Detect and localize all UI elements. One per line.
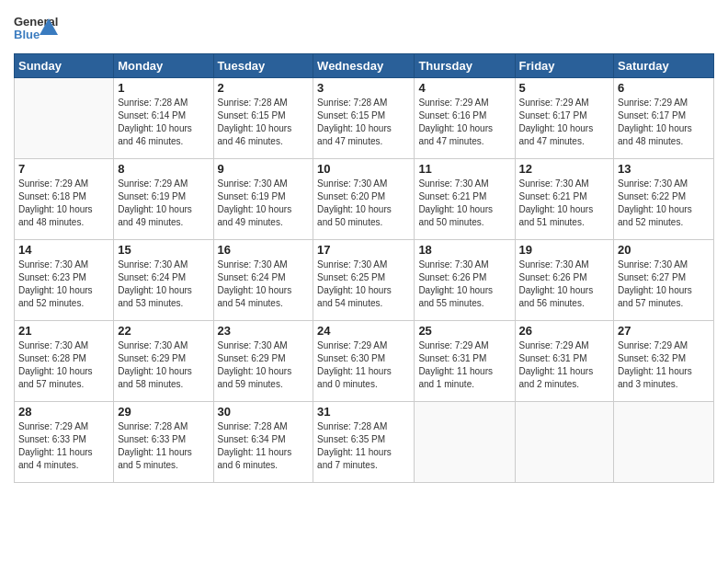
- calendar-cell: 19Sunrise: 7:30 AM Sunset: 6:26 PM Dayli…: [515, 240, 614, 321]
- calendar-cell: 24Sunrise: 7:29 AM Sunset: 6:30 PM Dayli…: [313, 321, 415, 402]
- day-number: 16: [218, 243, 310, 257]
- calendar-cell: 30Sunrise: 7:28 AM Sunset: 6:34 PM Dayli…: [213, 402, 313, 483]
- calendar-cell: 25Sunrise: 7:29 AM Sunset: 6:31 PM Dayli…: [415, 321, 515, 402]
- day-number: 14: [18, 243, 109, 257]
- day-header-wednesday: Wednesday: [313, 54, 415, 78]
- calendar-cell: 10Sunrise: 7:30 AM Sunset: 6:20 PM Dayli…: [313, 159, 415, 240]
- day-info: Sunrise: 7:28 AM Sunset: 6:15 PM Dayligh…: [317, 97, 410, 148]
- calendar-header: SundayMondayTuesdayWednesdayThursdayFrid…: [15, 54, 714, 78]
- calendar-cell: 27Sunrise: 7:29 AM Sunset: 6:32 PM Dayli…: [614, 321, 714, 402]
- day-info: Sunrise: 7:29 AM Sunset: 6:19 PM Dayligh…: [118, 178, 209, 229]
- day-info: Sunrise: 7:29 AM Sunset: 6:18 PM Dayligh…: [18, 178, 109, 229]
- calendar-cell: 11Sunrise: 7:30 AM Sunset: 6:21 PM Dayli…: [415, 159, 515, 240]
- day-number: 17: [317, 243, 410, 257]
- day-info: Sunrise: 7:30 AM Sunset: 6:26 PM Dayligh…: [519, 259, 610, 310]
- calendar-cell: 13Sunrise: 7:30 AM Sunset: 6:22 PM Dayli…: [614, 159, 714, 240]
- week-row-1: 1Sunrise: 7:28 AM Sunset: 6:14 PM Daylig…: [15, 78, 714, 159]
- day-info: Sunrise: 7:29 AM Sunset: 6:17 PM Dayligh…: [618, 97, 710, 148]
- calendar-cell: 23Sunrise: 7:30 AM Sunset: 6:29 PM Dayli…: [213, 321, 313, 402]
- calendar-cell: 29Sunrise: 7:28 AM Sunset: 6:33 PM Dayli…: [114, 402, 213, 483]
- day-number: 1: [118, 81, 209, 95]
- day-number: 4: [418, 81, 510, 95]
- calendar-cell: 3Sunrise: 7:28 AM Sunset: 6:15 PM Daylig…: [313, 78, 415, 159]
- day-number: 27: [618, 324, 710, 338]
- day-info: Sunrise: 7:29 AM Sunset: 6:31 PM Dayligh…: [519, 339, 610, 391]
- day-number: 28: [18, 405, 109, 419]
- day-number: 7: [18, 162, 109, 176]
- day-info: Sunrise: 7:30 AM Sunset: 6:22 PM Dayligh…: [618, 178, 710, 229]
- day-number: 15: [118, 243, 209, 257]
- day-number: 12: [519, 162, 610, 176]
- day-number: 31: [317, 405, 410, 419]
- day-number: 24: [317, 324, 410, 338]
- day-number: 2: [218, 81, 310, 95]
- calendar-cell: [515, 402, 614, 483]
- day-header-saturday: Saturday: [614, 54, 714, 78]
- calendar-cell: [15, 78, 114, 159]
- day-info: Sunrise: 7:30 AM Sunset: 6:21 PM Dayligh…: [418, 178, 510, 229]
- week-row-5: 28Sunrise: 7:29 AM Sunset: 6:33 PM Dayli…: [15, 402, 714, 483]
- header: General Blue: [14, 9, 714, 46]
- calendar-cell: [614, 402, 714, 483]
- calendar-cell: 15Sunrise: 7:30 AM Sunset: 6:24 PM Dayli…: [114, 240, 213, 321]
- day-header-tuesday: Tuesday: [213, 54, 313, 78]
- header-row: SundayMondayTuesdayWednesdayThursdayFrid…: [15, 54, 714, 78]
- calendar-cell: 16Sunrise: 7:30 AM Sunset: 6:24 PM Dayli…: [213, 240, 313, 321]
- day-number: 22: [118, 324, 209, 338]
- day-number: 8: [118, 162, 209, 176]
- day-info: Sunrise: 7:29 AM Sunset: 6:32 PM Dayligh…: [618, 339, 710, 391]
- calendar-cell: 7Sunrise: 7:29 AM Sunset: 6:18 PM Daylig…: [15, 159, 114, 240]
- day-info: Sunrise: 7:30 AM Sunset: 6:26 PM Dayligh…: [418, 259, 510, 310]
- calendar-cell: 20Sunrise: 7:30 AM Sunset: 6:27 PM Dayli…: [614, 240, 714, 321]
- calendar-cell: 21Sunrise: 7:30 AM Sunset: 6:28 PM Dayli…: [15, 321, 114, 402]
- day-info: Sunrise: 7:30 AM Sunset: 6:27 PM Dayligh…: [618, 259, 710, 310]
- day-info: Sunrise: 7:28 AM Sunset: 6:35 PM Dayligh…: [317, 420, 410, 472]
- day-number: 13: [618, 162, 710, 176]
- calendar-cell: 12Sunrise: 7:30 AM Sunset: 6:21 PM Dayli…: [515, 159, 614, 240]
- page: General Blue SundayMondayTuesdayWednesda…: [0, 0, 728, 563]
- day-info: Sunrise: 7:29 AM Sunset: 6:33 PM Dayligh…: [18, 420, 109, 472]
- week-row-3: 14Sunrise: 7:30 AM Sunset: 6:23 PM Dayli…: [15, 240, 714, 321]
- day-number: 23: [218, 324, 310, 338]
- day-header-friday: Friday: [515, 54, 614, 78]
- calendar-table: SundayMondayTuesdayWednesdayThursdayFrid…: [14, 53, 714, 483]
- day-number: 5: [519, 81, 610, 95]
- day-info: Sunrise: 7:30 AM Sunset: 6:21 PM Dayligh…: [519, 178, 610, 229]
- day-info: Sunrise: 7:28 AM Sunset: 6:14 PM Dayligh…: [118, 97, 209, 148]
- calendar-cell: 17Sunrise: 7:30 AM Sunset: 6:25 PM Dayli…: [313, 240, 415, 321]
- week-row-4: 21Sunrise: 7:30 AM Sunset: 6:28 PM Dayli…: [15, 321, 714, 402]
- day-header-thursday: Thursday: [415, 54, 515, 78]
- calendar-cell: 18Sunrise: 7:30 AM Sunset: 6:26 PM Dayli…: [415, 240, 515, 321]
- calendar-cell: 8Sunrise: 7:29 AM Sunset: 6:19 PM Daylig…: [114, 159, 213, 240]
- day-number: 26: [519, 324, 610, 338]
- week-row-2: 7Sunrise: 7:29 AM Sunset: 6:18 PM Daylig…: [15, 159, 714, 240]
- day-number: 21: [18, 324, 109, 338]
- day-number: 30: [218, 405, 310, 419]
- calendar-cell: 28Sunrise: 7:29 AM Sunset: 6:33 PM Dayli…: [15, 402, 114, 483]
- calendar-cell: 14Sunrise: 7:30 AM Sunset: 6:23 PM Dayli…: [15, 240, 114, 321]
- day-number: 20: [618, 243, 710, 257]
- day-number: 25: [418, 324, 510, 338]
- day-number: 18: [418, 243, 510, 257]
- day-info: Sunrise: 7:30 AM Sunset: 6:25 PM Dayligh…: [317, 259, 410, 310]
- day-info: Sunrise: 7:29 AM Sunset: 6:31 PM Dayligh…: [418, 339, 510, 391]
- calendar-cell: 6Sunrise: 7:29 AM Sunset: 6:17 PM Daylig…: [614, 78, 714, 159]
- day-number: 9: [218, 162, 310, 176]
- logo: General Blue: [14, 9, 58, 46]
- day-number: 6: [618, 81, 710, 95]
- logo-icon: General Blue: [14, 9, 58, 46]
- day-info: Sunrise: 7:28 AM Sunset: 6:33 PM Dayligh…: [118, 420, 209, 472]
- day-info: Sunrise: 7:30 AM Sunset: 6:23 PM Dayligh…: [18, 259, 109, 310]
- day-info: Sunrise: 7:30 AM Sunset: 6:24 PM Dayligh…: [218, 259, 310, 310]
- day-info: Sunrise: 7:29 AM Sunset: 6:17 PM Dayligh…: [519, 97, 610, 148]
- calendar-cell: 1Sunrise: 7:28 AM Sunset: 6:14 PM Daylig…: [114, 78, 213, 159]
- calendar-cell: 22Sunrise: 7:30 AM Sunset: 6:29 PM Dayli…: [114, 321, 213, 402]
- day-number: 10: [317, 162, 410, 176]
- calendar-cell: 31Sunrise: 7:28 AM Sunset: 6:35 PM Dayli…: [313, 402, 415, 483]
- day-number: 11: [418, 162, 510, 176]
- svg-text:Blue: Blue: [14, 28, 40, 41]
- calendar-cell: 9Sunrise: 7:30 AM Sunset: 6:19 PM Daylig…: [213, 159, 313, 240]
- day-info: Sunrise: 7:29 AM Sunset: 6:30 PM Dayligh…: [317, 339, 410, 391]
- day-info: Sunrise: 7:28 AM Sunset: 6:15 PM Dayligh…: [218, 97, 310, 148]
- day-number: 3: [317, 81, 410, 95]
